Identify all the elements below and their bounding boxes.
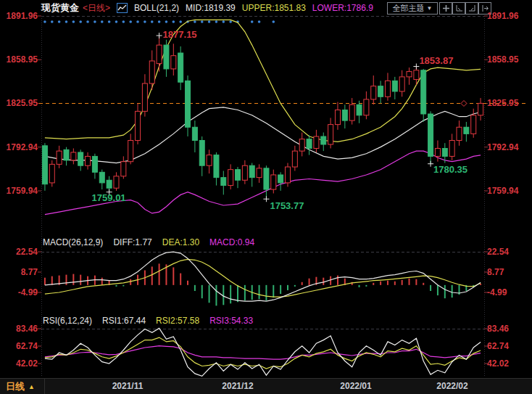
price-axis-label: 1792.94: [0, 142, 38, 152]
price-annotation: 1780.35: [433, 164, 467, 175]
macd-axis-label: 22.54: [0, 247, 38, 257]
rsi-header: RSI(6,12,24) RSI1:67.44 RSI2:57.58 RSI3:…: [43, 316, 253, 326]
boll-lower-value: LOWER:1786.9: [312, 3, 373, 13]
rsi-lines: [45, 328, 481, 376]
macd-dea-value: DEA:1.30: [162, 237, 199, 247]
price-annotations: 1877.151853.871759.011753.771780.35: [92, 29, 467, 211]
macd-axis-label: 22.54: [487, 247, 531, 257]
rsi-axis-label: 83.46: [487, 324, 531, 334]
timeline-bar: 日线 ▲ 2021/11 2021/12 2022/01 2022/02: [0, 378, 532, 394]
rsi3-value: RSI3:54.33: [209, 316, 253, 326]
price-annotation: 1753.77: [270, 200, 304, 211]
rsi-axis-label: 62.74: [487, 341, 531, 351]
macd-header: MACD(26,12,9) DIFF:1.77 DEA:1.30 MACD:0.…: [43, 237, 254, 247]
macd-lines: [45, 252, 481, 301]
signal-dots: [43, 20, 275, 23]
macd-axis-label: 8.77: [0, 267, 38, 277]
macd-title: MACD(26,12,9): [43, 237, 103, 247]
price-axis-label: 1792.94: [487, 142, 531, 152]
x-axis-date: 2021/11: [102, 381, 153, 391]
symbol-name: 现货黄金: [41, 1, 79, 15]
price-axis-label: 1759.94: [0, 186, 38, 196]
rsi-axis-label: 83.46: [0, 324, 38, 334]
macd-diff-value: DIFF:1.77: [113, 237, 151, 247]
tab-daily[interactable]: 日线 ▲: [0, 379, 45, 394]
x-axis-date: 2022/02: [427, 381, 478, 391]
price-annotation: 1759.01: [92, 192, 126, 203]
boll-indicator-label: BOLL(21,2): [134, 3, 179, 13]
chart-header: 现货黄金 <日线> BOLL(21,2) MID:1819.39 UPPER:1…: [0, 0, 532, 16]
candlesticks: [42, 36, 483, 199]
rsi-axis-label: 62.74: [0, 341, 38, 351]
price-annotation: 1853.87: [419, 55, 453, 66]
boll-upper-value: UPPER:1851.83: [242, 3, 306, 13]
rsi1-value: RSI1:67.44: [102, 316, 146, 326]
rsi2-value: RSI2:57.58: [156, 316, 199, 326]
x-axis-date: 2021/12: [212, 381, 263, 391]
price-annotation: 1877.15: [163, 29, 197, 40]
triangle-up-icon: ▲: [28, 383, 35, 390]
boll-mid-value: MID:1819.39: [186, 3, 236, 13]
price-axis-label: 1858.95: [487, 54, 531, 65]
price-axis-label: 1858.95: [0, 54, 38, 65]
current-price-line: [39, 101, 528, 107]
price-axis-label: 1759.94: [487, 186, 531, 196]
tab-daily-label: 日线: [6, 380, 25, 393]
macd-axis-label: 8.77: [487, 267, 531, 277]
price-axis-label: 1825.95: [487, 98, 531, 108]
chart-type-icon[interactable]: [117, 3, 128, 13]
x-axis-date: 2022/01: [331, 381, 381, 391]
rsi-title: RSI(6,12,24): [43, 316, 92, 326]
chart-canvas[interactable]: 1877.151853.871759.011753.771780.35: [0, 0, 532, 394]
rsi-axis-label: 42.02: [487, 358, 531, 369]
macd-histogram: [45, 263, 481, 305]
macd-axis-label: -4.99: [0, 287, 38, 297]
macd-value: MACD:0.94: [209, 237, 254, 247]
rsi-axis-label: 42.02: [0, 358, 38, 369]
trading-app-window: 1877.151853.871759.011753.771780.35 现货黄金…: [0, 0, 532, 394]
price-axis-label: 1825.95: [0, 98, 38, 108]
macd-axis-label: -4.99: [487, 287, 531, 297]
symbol-period: <日线>: [83, 2, 110, 15]
